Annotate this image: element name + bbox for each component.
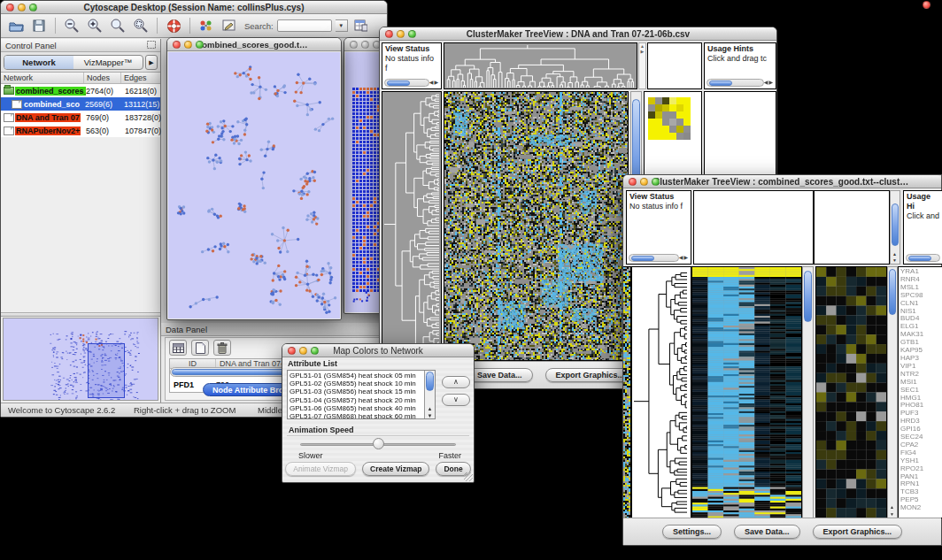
zoom-vscrollbar[interactable]: ▲▼: [887, 266, 898, 518]
matrix-cell[interactable]: [669, 111, 676, 119]
minimize-icon[interactable]: [184, 41, 192, 49]
zoom-selected-icon[interactable]: [131, 17, 151, 35]
tab-item[interactable]: VizMapper™: [73, 56, 143, 69]
network-tree-row[interactable]: combined_scores_ 2764(0) 16218(0): [1, 84, 160, 97]
partial-window-close-icon[interactable]: [923, 1, 930, 9]
panel-splitter[interactable]: [1, 312, 160, 317]
matrix-cell[interactable]: [655, 104, 662, 111]
usage-hints-scrollbar[interactable]: [906, 253, 940, 263]
matrix-cell[interactable]: [683, 119, 691, 126]
overview-viewport-rect[interactable]: [88, 343, 125, 398]
matrix-cell[interactable]: [655, 126, 662, 133]
column-header[interactable]: Network: [1, 73, 84, 83]
network-overview-panel[interactable]: [3, 318, 158, 401]
view-status-scrollbar[interactable]: ◀▶: [384, 78, 439, 88]
network-graph-canvas[interactable]: [168, 52, 340, 318]
matrix-cell[interactable]: [669, 104, 676, 111]
matrix-cell[interactable]: [655, 97, 662, 104]
save-session-button[interactable]: [29, 17, 49, 35]
speed-slider-thumb[interactable]: [373, 438, 384, 449]
matrix-cell[interactable]: [648, 104, 655, 111]
matrix-cell[interactable]: [683, 104, 691, 111]
resize-grip[interactable]: [464, 472, 473, 481]
column-labels-scrollbar[interactable]: ▲▼: [890, 190, 900, 265]
minimize-icon[interactable]: [18, 4, 26, 12]
attribute-item[interactable]: GPL51-01 (GSM854) heat shock 05 min: [290, 372, 433, 380]
row-dendrogram[interactable]: [382, 91, 442, 361]
usage-hints-scrollbar[interactable]: ◀▶: [706, 78, 774, 88]
matrix-cell[interactable]: [676, 126, 683, 133]
matrix-cell[interactable]: [676, 104, 683, 111]
matrix-cell[interactable]: [676, 97, 683, 104]
column-header[interactable]: Edges: [121, 73, 160, 83]
zoom-matrix[interactable]: [648, 97, 701, 140]
network-canvas-area[interactable]: [168, 52, 340, 318]
heatmap-main[interactable]: [691, 266, 802, 518]
matrix-cell[interactable]: [648, 133, 655, 140]
network-overview-canvas[interactable]: [4, 318, 158, 401]
open-session-button[interactable]: [6, 17, 26, 35]
scroll-down-icon[interactable]: ▼: [425, 413, 435, 418]
float-panel-icon[interactable]: [147, 41, 156, 50]
treeview-action-button[interactable]: Save Data...: [734, 525, 800, 539]
heatmap-vscrollbar[interactable]: [802, 266, 814, 518]
zoom-out-icon[interactable]: [62, 17, 81, 35]
window-titlebar[interactable]: ClusterMaker TreeView : DNA and Tran 07-…: [380, 27, 776, 41]
main-window-titlebar[interactable]: Cytoscape Desktop (Session Name: collins…: [1, 1, 387, 14]
matrix-cell[interactable]: [662, 133, 669, 140]
column-header[interactable]: Nodes: [84, 73, 121, 83]
matrix-cell[interactable]: [669, 126, 676, 133]
attribute-item[interactable]: GPL51-03 (GSM856) heat shock 15 min: [290, 387, 433, 395]
treeview-action-button[interactable]: Export Graphics...: [545, 368, 636, 382]
treeview-action-button[interactable]: Save Data...: [467, 368, 533, 382]
matrix-cell[interactable]: [676, 119, 683, 126]
close-icon[interactable]: [350, 41, 358, 49]
matrix-cell[interactable]: [683, 97, 691, 104]
zoom-window-icon[interactable]: [29, 4, 37, 12]
minimize-icon[interactable]: [397, 30, 405, 38]
row-dendrogram[interactable]: [631, 266, 691, 518]
matrix-cell[interactable]: [648, 97, 655, 104]
column-dendrogram-area[interactable]: [693, 190, 814, 265]
attribute-item[interactable]: GPL51-07 (GSM868) heat shock 60 min: [290, 412, 433, 419]
minimize-icon[interactable]: [299, 347, 307, 355]
window-titlebar[interactable]: combined_scores_good.txt--cluste...: [167, 38, 341, 51]
zoom-window-icon[interactable]: [652, 178, 660, 186]
attribute-browser-icon[interactable]: [351, 17, 371, 35]
matrix-cell[interactable]: [648, 126, 655, 133]
treeview-action-button[interactable]: Settings...: [662, 525, 722, 539]
annotation-icon[interactable]: [220, 17, 239, 35]
help-lifesaver-icon[interactable]: [164, 17, 183, 35]
matrix-cell[interactable]: [662, 119, 669, 126]
matrix-cell[interactable]: [662, 111, 669, 119]
view-status-scrollbar[interactable]: ◀▶: [629, 253, 689, 263]
window-titlebar[interactable]: ClusterMaker TreeView : combined_scores_…: [623, 175, 941, 188]
gene-label[interactable]: MON2: [900, 504, 940, 512]
matrix-cell[interactable]: [648, 119, 655, 126]
network-tree-row[interactable]: combined_sco 2569(6) 13112(15): [1, 97, 160, 111]
new-attribute-icon[interactable]: [191, 340, 209, 356]
zoom-window-icon[interactable]: [408, 30, 416, 38]
matrix-cell[interactable]: [662, 104, 669, 111]
attribute-item[interactable]: GPL51-04 (GSM857) heat shock 20 min: [290, 396, 433, 404]
zoom-in-icon[interactable]: [85, 17, 104, 35]
animate-vizmap-button[interactable]: Animate Vizmap: [285, 462, 356, 476]
close-icon[interactable]: [288, 347, 296, 355]
dialog-titlebar[interactable]: Map Colors to Network: [282, 344, 474, 357]
network-tree-row[interactable]: RNAPuberNov2+ 563(0) 107847(0): [1, 124, 160, 137]
treeview-action-button[interactable]: Export Graphics...: [813, 525, 903, 539]
scroll-up-icon[interactable]: ▲: [425, 406, 435, 411]
matrix-cell[interactable]: [683, 133, 691, 140]
matrix-cell[interactable]: [676, 111, 683, 119]
close-icon[interactable]: [6, 4, 14, 12]
matrix-cell[interactable]: [683, 111, 691, 119]
matrix-cell[interactable]: [655, 111, 662, 119]
attribute-list-scrollbar[interactable]: ▲ ▼: [424, 371, 435, 418]
move-up-button[interactable]: ∧: [442, 376, 470, 388]
column-dendrogram[interactable]: [444, 42, 637, 89]
mini-vscrollbar[interactable]: ▲▶: [638, 42, 646, 89]
vizmapper-icon[interactable]: [197, 17, 216, 35]
zoom-window-icon[interactable]: [196, 41, 204, 49]
matrix-cell[interactable]: [669, 97, 676, 104]
attribute-item[interactable]: GPL51-02 (GSM855) heat shock 10 min: [290, 380, 433, 387]
